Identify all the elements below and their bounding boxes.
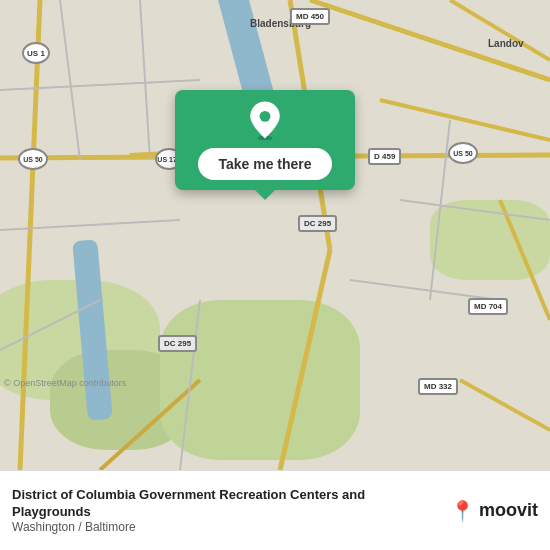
svg-point-21 [260,111,271,122]
shield-us1: US 1 [22,42,50,64]
take-me-there-button[interactable]: Take me there [198,148,331,180]
svg-line-1 [20,0,40,470]
svg-line-9 [460,380,550,430]
moovit-brand-text: moovit [479,500,538,521]
moovit-logo: 📍 moovit [450,499,538,523]
svg-line-11 [0,220,180,230]
svg-line-16 [60,0,80,160]
shield-dc295-lower: DC 295 [158,335,197,352]
svg-line-15 [400,200,550,220]
place-name: District of Columbia Government Recreati… [12,487,440,521]
svg-line-14 [350,280,500,300]
moovit-pin-icon: 📍 [450,499,475,523]
shield-dc295-upper: DC 295 [298,215,337,232]
shield-us50-left: US 50 [18,148,48,170]
svg-line-10 [0,80,200,90]
shield-md450: MD 450 [290,8,330,25]
attribution-text: © OpenStreetMap contributors [4,378,126,388]
place-location: Washington / Baltimore [12,520,440,534]
svg-line-17 [140,0,150,160]
roads-overlay [0,0,550,470]
svg-line-12 [0,300,100,350]
place-info: District of Columbia Government Recreati… [12,487,440,535]
shield-md332: MD 332 [418,378,458,395]
bottom-bar: District of Columbia Government Recreati… [0,470,550,550]
svg-line-18 [430,120,450,300]
popup-tail [255,190,275,200]
shield-d459: D 459 [368,148,401,165]
location-pin-icon [245,100,285,140]
map-popup: Take me there [175,90,355,190]
shield-md704: MD 704 [468,298,508,315]
svg-line-3 [280,250,330,470]
svg-line-7 [380,100,550,140]
shield-us50-right: US 50 [448,142,478,164]
map-container: Bladensburg Landov US 1 US 50 US 175 US … [0,0,550,470]
